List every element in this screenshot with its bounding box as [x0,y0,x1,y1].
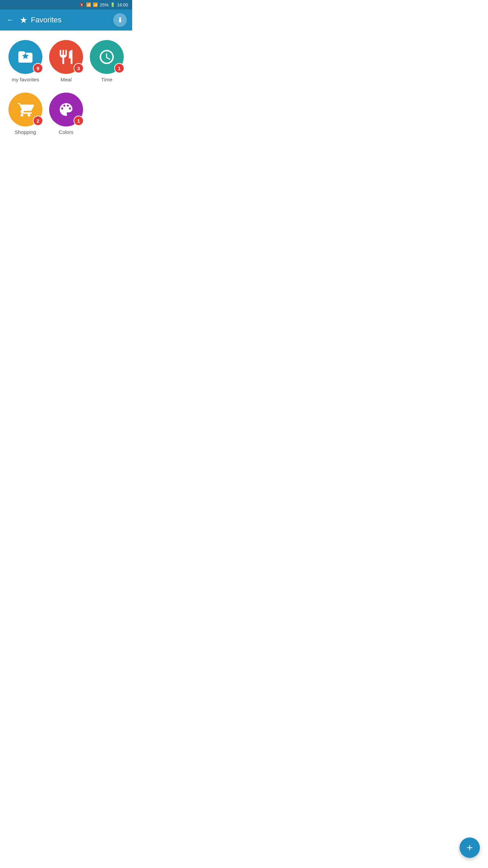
folder-star-icon [17,48,34,65]
icon-wrapper-meal: 3 [49,40,83,74]
icon-wrapper-shopping: 2 [8,93,42,126]
page-title: Favorites [31,16,61,24]
app-bar: ← ★ Favorites ⬇ [0,9,132,31]
badge-my-favorites: 9 [33,63,43,73]
mute-icon: 🔇 [79,2,84,7]
category-item-meal[interactable]: 3 Meal [47,40,85,82]
category-grid-row2: 2 Shopping 1 Colors [7,93,125,135]
badge-meal: 3 [74,63,84,73]
category-item-time[interactable]: 1 Time [88,40,125,82]
label-my-favorites: my favorites [12,77,39,82]
icon-wrapper-my-favorites: 9 [8,40,42,74]
badge-colors: 1 [74,116,84,126]
download-button[interactable]: ⬇ [113,13,127,27]
icon-wrapper-time: 1 [90,40,124,74]
label-shopping: Shopping [15,129,36,135]
label-meal: Meal [61,77,72,82]
category-item-shopping[interactable]: 2 Shopping [7,93,44,135]
battery-icon: 🔋 [110,2,115,7]
category-item-my-favorites[interactable]: 9 my favorites [7,40,44,82]
cutlery-icon [58,48,75,65]
download-icon: ⬇ [117,16,123,24]
signal-icon: 📶 [93,2,98,7]
palette-icon [58,101,75,118]
main-content: 9 my favorites 3 Meal [0,31,132,144]
label-time: Time [101,77,113,82]
label-colors: Colors [59,129,73,135]
app-bar-left: ← ★ Favorites [5,14,61,26]
cart-icon [17,101,34,118]
app-bar-title-group: ★ Favorites [20,15,61,25]
category-item-colors[interactable]: 1 Colors [47,93,85,135]
time-text: 16:00 [117,2,128,7]
star-icon: ★ [20,15,27,25]
battery-text: 25% [100,2,108,7]
category-grid-row1: 9 my favorites 3 Meal [7,40,125,82]
wifi-icon: 📶 [86,2,91,7]
badge-shopping: 2 [33,116,43,126]
status-icons: 🔇 📶 📶 25% 🔋 16:00 [79,2,128,7]
icon-wrapper-colors: 1 [49,93,83,126]
empty-cell [88,93,125,135]
status-bar: 🔇 📶 📶 25% 🔋 16:00 [0,0,132,9]
clock-icon [98,48,115,65]
back-button[interactable]: ← [5,14,16,26]
badge-time: 1 [114,63,124,73]
